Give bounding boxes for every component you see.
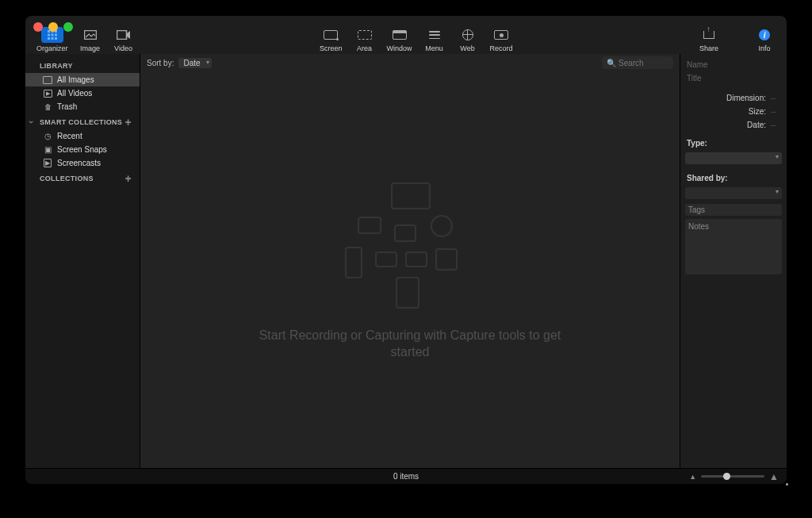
globe-icon: [457, 27, 479, 43]
sidebar-item-all-videos[interactable]: All Videos: [25, 86, 140, 100]
sort-bar: Sort by: Date 🔍: [140, 54, 680, 71]
smart-collections-header[interactable]: SMART COLLECTIONS+: [25, 113, 140, 129]
minimize-window-button[interactable]: [48, 22, 58, 32]
window-icon: [389, 27, 411, 43]
notes-field[interactable]: Notes: [685, 219, 782, 274]
main-content: Sort by: Date 🔍 Start Recording or Captu…: [140, 54, 680, 468]
zoom-in-icon[interactable]: ▲: [769, 471, 779, 482]
toolbar: Organizer Image Video Screen Area Window…: [25, 16, 787, 54]
close-window-button[interactable]: [33, 22, 43, 32]
sidebar-item-all-images[interactable]: All Images: [25, 73, 140, 86]
search-field[interactable]: 🔍: [602, 56, 673, 69]
zoom-slider[interactable]: [701, 475, 764, 478]
sort-select[interactable]: Date: [178, 58, 211, 68]
shared-label: Shared by:: [685, 172, 782, 184]
zoom-window-button[interactable]: [63, 22, 73, 32]
empty-canvas: Start Recording or Capturing with Captur…: [140, 71, 680, 468]
info-button[interactable]: iInfo: [749, 25, 780, 52]
tags-field[interactable]: Tags: [685, 204, 782, 216]
recent-icon: [43, 132, 52, 140]
menu-icon: [423, 27, 446, 43]
image-icon: [79, 27, 102, 43]
size-value: --: [771, 107, 780, 116]
share-button[interactable]: Share: [693, 25, 725, 52]
svg-rect-7: [51, 37, 53, 40]
menu-capture-button[interactable]: Menu: [419, 25, 450, 52]
right-group: Share iInfo: [693, 25, 780, 52]
sidebar: LIBRARY All Images All Videos Trash SMAR…: [25, 54, 140, 468]
image-editor-button[interactable]: Image: [75, 25, 106, 52]
snap-icon: [43, 146, 52, 154]
sort-label: Sort by:: [147, 59, 174, 67]
window-capture-button[interactable]: Window: [382, 25, 417, 52]
svg-rect-5: [55, 34, 57, 36]
info-icon: i: [753, 27, 776, 43]
empty-message: Start Recording or Capturing with Captur…: [251, 328, 569, 361]
search-icon: 🔍: [607, 59, 616, 67]
type-label: Type:: [685, 137, 782, 149]
zoom-out-icon[interactable]: ▲: [689, 473, 696, 481]
capture-group: Screen Area Window Menu Web Record: [315, 25, 518, 52]
sidebar-item-recent[interactable]: Recent: [25, 129, 140, 143]
area-capture-button[interactable]: Area: [349, 25, 381, 52]
size-label: Size:: [749, 107, 766, 116]
placeholder-illustration: [331, 178, 489, 313]
svg-rect-3: [48, 34, 50, 36]
app-window: Organizer Image Video Screen Area Window…: [25, 16, 787, 484]
video-editor-button[interactable]: Video: [108, 25, 140, 52]
trash-icon: [43, 103, 52, 111]
dimension-label: Dimension:: [726, 94, 766, 102]
screen-capture-button[interactable]: Screen: [315, 25, 347, 52]
name-label: Name: [687, 60, 708, 69]
date-label: Date:: [747, 121, 766, 129]
svg-rect-6: [48, 37, 50, 40]
record-button[interactable]: Record: [485, 25, 518, 52]
video-label: Video: [114, 44, 132, 52]
status-bar: 0 items ▲ ▲: [25, 468, 787, 484]
zoom-control: ▲ ▲: [689, 471, 779, 482]
screencast-icon: [43, 159, 52, 167]
type-select[interactable]: [685, 152, 782, 164]
add-smart-collection-button[interactable]: +: [125, 118, 132, 126]
screen-icon: [320, 27, 342, 43]
window-controls: [33, 22, 73, 32]
sidebar-item-screen-snaps[interactable]: Screen Snaps: [25, 143, 140, 156]
shared-field[interactable]: [685, 187, 782, 199]
add-collection-button[interactable]: +: [125, 175, 132, 182]
info-panel: Name Title Dimension:-- Size:-- Date:-- …: [680, 54, 787, 468]
search-input[interactable]: [619, 59, 668, 67]
title-label: Title: [687, 74, 702, 82]
dimension-value: --: [771, 94, 780, 102]
svg-marker-11: [127, 31, 130, 39]
web-capture-button[interactable]: Web: [452, 25, 484, 52]
image-label: Image: [80, 44, 100, 52]
item-count: 0 items: [393, 472, 419, 481]
record-icon: [490, 27, 512, 43]
svg-rect-10: [117, 31, 126, 40]
images-icon: [43, 76, 52, 84]
svg-rect-4: [51, 34, 53, 36]
svg-rect-8: [55, 37, 57, 40]
videos-icon: [43, 90, 52, 98]
date-value: --: [771, 121, 780, 129]
video-icon: [113, 27, 135, 43]
share-icon: [698, 27, 720, 43]
sidebar-item-screencasts[interactable]: Screencasts: [25, 156, 140, 170]
sidebar-item-trash[interactable]: Trash: [25, 100, 140, 113]
collections-header[interactable]: COLLECTIONS+: [25, 170, 140, 186]
organizer-label: Organizer: [36, 44, 68, 52]
library-header: LIBRARY: [25, 57, 140, 73]
area-icon: [354, 27, 376, 43]
